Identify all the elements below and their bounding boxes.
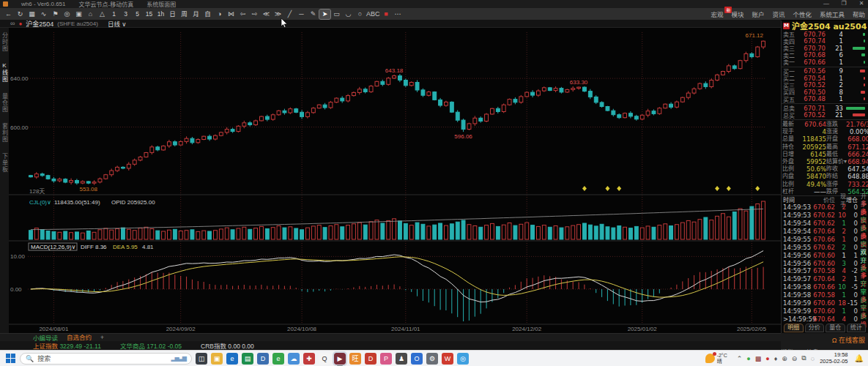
tick-row[interactable]: 14:59:55670.6220空换	[782, 243, 868, 251]
panel-tab-统计[interactable]: 统计	[847, 324, 867, 332]
taskbar-app-wangwang[interactable]: 旺	[349, 353, 361, 365]
menu-item-个性化[interactable]: 个性化	[793, 10, 812, 18]
page-right-icon[interactable]: ⇨	[249, 10, 260, 19]
refresh-icon[interactable]: ↻	[15, 10, 26, 19]
tick-row[interactable]: 14:59:54670.6420多换	[782, 228, 868, 236]
ladder-row[interactable]: 卖一670.661	[782, 59, 868, 66]
taskbar-app-settings-app[interactable]: ⚙	[426, 353, 438, 365]
layout-grid-icon[interactable]: ▦	[26, 10, 37, 19]
circle-tool-icon[interactable]: ○	[355, 10, 366, 19]
tray-expand-icon[interactable]: ⌃	[737, 355, 743, 362]
tick-chart-icon[interactable]: ∿	[38, 10, 49, 19]
menu-item-系统工具[interactable]: 系统工具	[820, 10, 845, 18]
tray-mic-icon[interactable]: ♦	[774, 355, 778, 362]
candlestick-chart-svg[interactable]: 640.00600.00643.18633.30596.06553.08671.…	[9, 28, 781, 333]
tick-row[interactable]: 14:59:59670.6018-15多平	[782, 299, 868, 307]
alert-icon[interactable]: △	[97, 10, 108, 19]
menu-item-账户[interactable]: 账户	[752, 10, 764, 18]
ladder-row[interactable]: 总买670.5221	[782, 112, 868, 119]
period-1[interactable]: 1	[108, 10, 119, 19]
tick-row[interactable]: 14:59:59670.6010空换	[782, 307, 868, 315]
online-service-button[interactable]: Ω 在线客服	[781, 333, 868, 345]
taskbar-app-ring-app[interactable]: O	[411, 353, 423, 365]
taskbar-app-pink-app[interactable]: P	[380, 353, 392, 365]
color-swatch-icon[interactable]: ■	[381, 10, 392, 19]
taskbar-app-media-app[interactable]: ▶	[334, 353, 346, 365]
back-icon[interactable]: ←	[3, 10, 14, 19]
flag-icon[interactable]: ⚑	[50, 10, 61, 19]
taskbar-app-trading-app[interactable]: ▤	[242, 353, 253, 365]
more-icon[interactable]: ⋯	[393, 10, 404, 19]
side-tab-分时图[interactable]: 分时图	[1, 32, 9, 52]
panel-tab-明细[interactable]: 明细	[784, 324, 804, 332]
tick-row[interactable]: 14:59:55670.6610多换	[782, 235, 868, 243]
trendline-icon[interactable]: ╱	[284, 10, 295, 19]
contract-symbol[interactable]: 沪金2504	[26, 19, 53, 29]
period-week[interactable]: 周	[179, 10, 190, 19]
ladder-row[interactable]: 买五670.481	[782, 96, 868, 103]
zoom-out-icon[interactable]: ≪	[261, 10, 272, 19]
taskbar-app-browser-blue[interactable]: ◎	[457, 353, 469, 365]
tick-row[interactable]: 14:59:53670.62100多换	[782, 212, 868, 220]
start-button[interactable]	[4, 353, 16, 365]
tick-row[interactable]: 14:59:54670.6210空换	[782, 220, 868, 228]
hline-icon[interactable]: ─	[296, 10, 307, 19]
tray-volume-icon[interactable]: ◌	[811, 355, 815, 362]
rect-tool-icon[interactable]: ▭	[331, 10, 342, 19]
tray-net-icon[interactable]: ⊕	[782, 355, 787, 362]
period-3[interactable]: 3	[120, 10, 131, 19]
panel-tab-量仓[interactable]: 量仓	[826, 324, 845, 332]
close-button[interactable]: ✕	[856, 0, 867, 7]
taskbar-app-cloud-app[interactable]: ☁	[288, 353, 300, 365]
period-1h[interactable]: 1h	[155, 10, 166, 19]
arc-tool-icon[interactable]: ◡	[343, 10, 354, 19]
side-tab-下单板[interactable]: 下单板	[1, 153, 9, 173]
text-tool-icon[interactable]: ABC	[366, 10, 380, 19]
tick-row[interactable]: >14:59:59670.6440多换	[782, 315, 868, 323]
taskbar-search-input[interactable]: 🔍 搜索 ▂▅▃▆	[20, 353, 192, 365]
page-left-icon[interactable]: ⇦	[237, 10, 248, 19]
panel-contract-title[interactable]: 沪金2504 au2504	[792, 20, 867, 31]
pencil-icon[interactable]: ✎	[308, 10, 319, 19]
taskbar-app-edge-browser[interactable]: e	[226, 353, 238, 365]
link-icon[interactable]: ∞	[10, 20, 15, 27]
notification-bell-icon[interactable]: 🔔	[855, 354, 864, 362]
tick-row[interactable]: 14:59:58670.5810空换	[782, 291, 868, 299]
taskbar-app-dell-support[interactable]: D	[257, 353, 269, 365]
tick-list[interactable]: 14:59:53670.6220多换14:59:53670.62100多换14:…	[782, 203, 868, 323]
radar-icon[interactable]: ◎	[62, 10, 73, 19]
taskbar-app-security-app[interactable]: ✚	[303, 353, 315, 365]
taskbar-app-file-explorer[interactable]: ▣	[211, 353, 223, 365]
tray-moon-icon[interactable]: ⊖	[792, 355, 798, 362]
bottom-tab-+[interactable]: +	[100, 334, 104, 341]
tick-row[interactable]: 14:59:56670.6030空换	[782, 259, 868, 267]
tick-row[interactable]: 14:59:57670.584-2多平	[782, 267, 868, 275]
taskbar-app-wps[interactable]: W	[442, 353, 453, 365]
tick-row[interactable]: 14:59:57670.6421多开	[782, 275, 868, 283]
tick-row[interactable]: 14:59:53670.6220多换	[782, 203, 868, 212]
period-custom[interactable]: 自	[202, 10, 213, 19]
home-icon[interactable]: ⌂	[85, 10, 96, 19]
side-tab-套利图[interactable]: 套利图	[1, 123, 9, 143]
eye-icon[interactable]: ◑	[214, 10, 225, 19]
side-tab-量仓图[interactable]: 量仓图	[1, 93, 9, 113]
period-15[interactable]: 15	[144, 10, 155, 19]
compare-icon[interactable]: ⋈	[226, 10, 237, 19]
side-tab-K线图[interactable]: K线图	[1, 62, 9, 83]
board-icon[interactable]: ▣	[73, 10, 84, 19]
taskbar-app-contact-app[interactable]: ♟	[396, 353, 407, 365]
tray-green-icon[interactable]: ●	[746, 355, 750, 362]
tick-row[interactable]: 14:59:56670.6011双开	[782, 251, 868, 259]
taskbar-app-ie-browser[interactable]: e	[272, 353, 284, 365]
tray-card-icon[interactable]: ▩	[755, 355, 762, 362]
menu-item-模块[interactable]: 模块	[731, 10, 743, 18]
period-month[interactable]: 月	[190, 10, 201, 19]
maximize-button[interactable]: ❐	[839, 0, 849, 7]
menu-item-宏观[interactable]: 宏观新	[711, 10, 723, 18]
tray-red-icon[interactable]: ●	[765, 355, 769, 362]
taskbar-app-office-app[interactable]: D	[365, 353, 376, 365]
taskbar-clock[interactable]: 19:58 2025-02-05	[820, 352, 847, 365]
menu-item-资讯[interactable]: 资讯	[772, 10, 784, 18]
weather-widget[interactable]: -2°C晴	[705, 353, 727, 364]
pointer-tool-icon[interactable]: ➤	[319, 10, 330, 19]
